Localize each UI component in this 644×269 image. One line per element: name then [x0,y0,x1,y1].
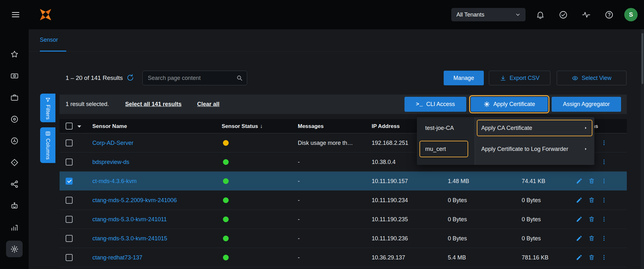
export-csv-button[interactable]: Export CSV [489,71,550,85]
ip-cell: 10.11.190.236 [372,229,408,248]
selection-menu-caret-icon[interactable] [77,125,81,128]
apply-certificate-button[interactable]: Apply Certificate [471,97,548,112]
more-actions-kebab-icon[interactable] [600,196,608,204]
header-sensor-status[interactable]: Sensor Status↓ [222,119,263,133]
more-actions-kebab-icon[interactable] [600,177,608,185]
menu-item-cert[interactable]: test-joe-CA [419,120,468,136]
more-actions-kebab-icon[interactable] [600,215,608,223]
message-cell: - [298,210,300,229]
notifications-bell-icon[interactable] [532,6,548,23]
row-checkbox[interactable] [66,216,73,223]
row-checkbox-checked[interactable] [66,178,73,185]
delete-trash-icon[interactable] [587,253,596,262]
eye-icon [572,75,578,81]
status-dot-ok [223,178,229,184]
terminal-icon: >_ [416,101,423,107]
more-actions-kebab-icon[interactable] [600,234,608,243]
menu-item-cert-focused[interactable]: mu_cert [419,141,468,157]
row-checkbox[interactable] [66,197,73,204]
assign-aggregator-button[interactable]: Assign Aggregator [552,97,621,112]
sensor-name-link[interactable]: ctang-mds-5.3.0-kvm-241011 [92,210,167,229]
header-sensor-name[interactable]: Sensor Name [92,119,127,133]
sidebar-item-disc-icon[interactable] [6,111,23,127]
edit-pencil-icon[interactable] [575,196,583,204]
edit-pencil-icon[interactable] [575,215,583,223]
table-row-selected[interactable]: ct-mds-4.3.6-kvm - 10.11.190.157 1.48 MB… [60,172,627,191]
manage-button[interactable]: Manage [444,71,484,85]
more-actions-kebab-icon[interactable] [600,253,608,262]
sensor-name-link[interactable]: bdspreview-ds [92,152,129,172]
tab-sensor-label: Sensor [40,37,58,43]
row-checkbox[interactable] [66,159,73,166]
row-checkbox[interactable] [66,139,73,146]
sidebar-item-payments-icon[interactable] [6,67,23,84]
menu-item-apply-cert-log-forwarder[interactable]: Apply Certificate to Log Forwarder [477,141,592,157]
selection-bar: 1 result selected. Select all 141 result… [60,95,627,114]
columns-panel-tab[interactable]: Columns [40,127,55,163]
activity-pulse-icon[interactable] [578,6,594,23]
row-checkbox[interactable] [66,254,73,261]
ip-cell: 10.11.190.235 [372,210,408,229]
header-messages[interactable]: Messages [298,119,324,133]
filters-panel-tab[interactable]: Filters [40,94,55,122]
table-row[interactable]: ctang-mds-5.3.0-kvm-241015 - 10.11.190.2… [60,229,627,248]
sidebar-item-target-icon[interactable] [6,154,23,171]
search-icon [236,74,243,81]
chevron-down-icon [515,11,521,18]
sidebar-item-network-icon[interactable] [6,176,23,192]
sidebar-item-analytics-icon[interactable] [6,219,23,236]
table-row[interactable]: ctang-redhat73-137 - 10.36.29.137 5.4 MB… [60,248,627,267]
message-cell: - [298,229,300,248]
help-icon[interactable] [601,6,617,23]
manage-button-label: Manage [453,75,474,81]
select-all-checkbox[interactable] [66,123,73,130]
edit-pencil-icon[interactable] [575,253,583,262]
refresh-icon[interactable] [126,74,135,82]
tenant-selector-value: All Tenants [456,11,484,18]
sidebar-item-star-icon[interactable] [6,46,23,62]
sensor-name-link[interactable]: ct-mds-4.3.6-kvm [92,172,137,191]
clear-all-link[interactable]: Clear all [197,95,219,114]
metric-cell: 0 Bytes [448,229,467,248]
sensor-name-link[interactable]: Corp-AD-Server [92,133,133,152]
menu-item-label: test-joe-CA [425,125,454,131]
edit-pencil-icon[interactable] [575,177,583,185]
select-view-button[interactable]: Select View [557,71,626,85]
menu-item-apply-ca-certificate[interactable]: Apply CA Certificate [477,120,592,136]
certificate-seal-icon [483,101,490,108]
sensor-name-link[interactable]: ctang-redhat73-137 [92,248,142,267]
cli-access-button[interactable]: >_ CLI Access [404,97,466,112]
sensor-name-link[interactable]: ctang-mds-5.2.2009-kvm-241006 [92,191,177,210]
tab-sensor[interactable]: Sensor [40,29,66,52]
page-tabbar: Sensor [29,29,644,52]
row-checkbox[interactable] [66,235,73,242]
sidebar-item-settings-icon[interactable] [6,241,23,257]
more-actions-kebab-icon[interactable] [600,158,608,166]
sidebar-item-briefcase-icon[interactable] [6,89,23,106]
sidebar-item-robot-icon[interactable] [6,197,23,214]
select-all-link[interactable]: Select all 141 results [125,95,182,114]
sidebar-item-model-icon[interactable] [6,132,23,149]
user-avatar[interactable]: S [624,8,638,21]
message-cell: - [298,172,300,191]
metric-cell: 0 Bytes [522,191,541,210]
download-icon [500,75,506,81]
delete-trash-icon[interactable] [587,177,596,185]
more-actions-kebab-icon[interactable] [600,139,608,147]
search-input[interactable] [148,75,236,81]
edit-pencil-icon[interactable] [575,234,583,243]
tenant-selector[interactable]: All Tenants [451,8,526,21]
app-root: All Tenants S [0,0,644,269]
status-check-circle-icon[interactable] [555,6,571,23]
sensor-name-link[interactable]: ctang-mds-5.3.0-kvm-241015 [92,229,167,248]
delete-trash-icon[interactable] [587,196,596,204]
table-row[interactable]: ctang-mds-5.3.0-kvm-241011 - 10.11.190.2… [60,210,627,229]
menu-hamburger-icon[interactable] [9,8,23,22]
scrollbar-thumb[interactable] [641,33,643,84]
table-row[interactable]: ctang-mds-5.2.2009-kvm-241006 - 10.11.19… [60,191,627,210]
metric-cell: 0 Bytes [522,229,541,248]
header-ip-address[interactable]: IP Address [372,119,400,133]
delete-trash-icon[interactable] [587,215,596,223]
delete-trash-icon[interactable] [587,234,596,243]
ip-cell: 192.168.2.251 [372,133,408,152]
